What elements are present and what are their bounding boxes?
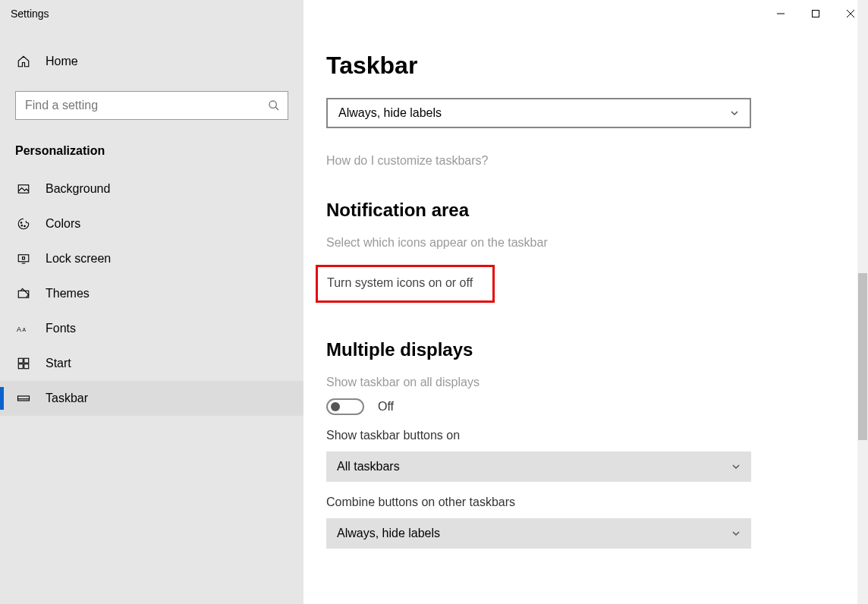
customize-link[interactable]: How do I customize taskbars? (326, 154, 850, 168)
window-controls (763, 0, 868, 27)
highlight-box: Turn system icons on or off (316, 265, 495, 303)
minimize-button[interactable] (763, 0, 798, 27)
sidebar-item-fonts[interactable]: AA Fonts (0, 311, 303, 346)
minimize-icon (776, 9, 785, 18)
palette-icon (15, 217, 32, 231)
sidebar-item-label: Themes (46, 287, 90, 300)
show-all-label: Show taskbar on all displays (326, 376, 850, 389)
search-box[interactable] (15, 91, 288, 120)
svg-rect-19 (24, 364, 29, 369)
window-title: Settings (0, 8, 49, 20)
svg-text:A: A (17, 326, 21, 333)
svg-point-9 (24, 225, 26, 227)
maximize-button[interactable] (798, 0, 833, 27)
svg-point-8 (21, 225, 23, 227)
sidebar-item-taskbar[interactable]: Taskbar (0, 381, 303, 416)
sidebar-item-background[interactable]: Background (0, 171, 303, 206)
chevron-down-icon (730, 109, 739, 118)
combine-other-select[interactable]: Always, hide labels (326, 518, 751, 549)
svg-rect-20 (18, 396, 30, 401)
close-icon (846, 9, 855, 18)
image-icon (15, 182, 32, 196)
content-area: Taskbar Always, hide labels How do I cus… (303, 0, 868, 604)
combine-other-label: Combine buttons on other taskbars (326, 495, 850, 509)
themes-icon (15, 287, 32, 300)
select-icons-link[interactable]: Select which icons appear on the taskbar (326, 236, 850, 250)
taskbar-icon (15, 392, 32, 405)
chevron-down-icon (731, 462, 741, 471)
home-button[interactable]: Home (0, 46, 303, 77)
sidebar: Home Personalization Background Colors L… (0, 0, 303, 604)
show-buttons-select[interactable]: All taskbars (326, 451, 751, 482)
search-icon (268, 99, 280, 112)
show-all-toggle-row: Off (326, 398, 850, 415)
start-icon (15, 357, 32, 370)
settings-window: Settings Home Personalization (0, 0, 868, 604)
svg-rect-12 (23, 257, 25, 260)
sidebar-item-label: Colors (46, 217, 80, 231)
sidebar-item-start[interactable]: Start (0, 346, 303, 381)
svg-rect-16 (18, 358, 23, 363)
svg-text:A: A (23, 327, 27, 332)
sidebar-item-label: Background (46, 182, 110, 196)
close-button[interactable] (833, 0, 868, 27)
toggle-state: Off (378, 400, 394, 414)
select-value: All taskbars (337, 460, 400, 473)
sidebar-item-label: Taskbar (46, 392, 88, 405)
toggle-knob (331, 402, 340, 411)
titlebar: Settings (0, 0, 868, 27)
lock-screen-icon (15, 252, 32, 266)
search-input[interactable] (25, 99, 268, 112)
svg-rect-1 (813, 11, 819, 17)
notification-heading: Notification area (326, 200, 850, 221)
scrollbar-track[interactable] (857, 0, 868, 604)
svg-line-5 (275, 107, 278, 110)
show-buttons-label: Show taskbar buttons on (326, 429, 850, 442)
fonts-icon: AA (15, 323, 32, 334)
svg-rect-18 (18, 364, 23, 369)
scrollbar-thumb[interactable] (858, 273, 867, 440)
select-value: Always, hide labels (338, 106, 442, 120)
svg-rect-17 (24, 358, 29, 363)
turn-system-icons-link[interactable]: Turn system icons on or off (327, 276, 473, 290)
home-label: Home (46, 55, 78, 68)
select-value: Always, hide labels (337, 527, 440, 540)
multiple-displays-heading: Multiple displays (326, 339, 850, 360)
svg-point-4 (269, 101, 276, 108)
svg-rect-10 (18, 255, 29, 262)
combine-buttons-select[interactable]: Always, hide labels (326, 98, 751, 128)
sidebar-item-label: Fonts (46, 322, 76, 335)
home-icon (15, 55, 32, 68)
sidebar-item-themes[interactable]: Themes (0, 276, 303, 311)
chevron-down-icon (731, 529, 741, 538)
maximize-icon (811, 9, 820, 18)
sidebar-item-colors[interactable]: Colors (0, 206, 303, 241)
sidebar-item-lockscreen[interactable]: Lock screen (0, 241, 303, 276)
sidebar-item-label: Start (46, 357, 71, 370)
show-all-toggle[interactable] (326, 398, 364, 415)
page-title: Taskbar (326, 52, 850, 80)
svg-point-7 (20, 222, 22, 224)
sidebar-item-label: Lock screen (46, 252, 111, 266)
category-label: Personalization (0, 138, 303, 171)
